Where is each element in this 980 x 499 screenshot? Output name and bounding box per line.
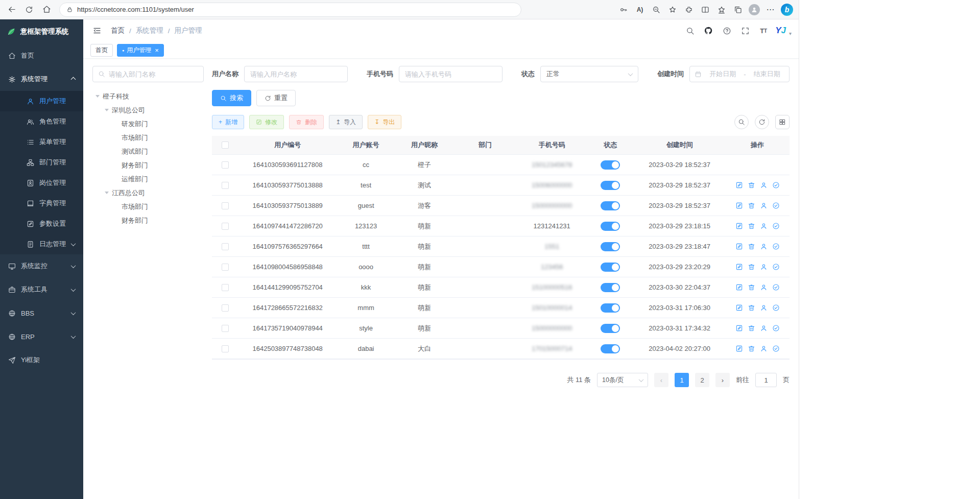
- search-button[interactable]: 搜索: [212, 90, 251, 106]
- sidebar-item-system-monitor[interactable]: 系统监控: [0, 254, 83, 278]
- browser-home-icon[interactable]: [39, 3, 54, 17]
- status-select[interactable]: 正常: [540, 66, 638, 82]
- row-edit-icon[interactable]: [735, 202, 743, 209]
- chevron-down-icon[interactable]: ▾: [789, 31, 792, 36]
- row-delete-icon[interactable]: [748, 181, 755, 189]
- status-toggle[interactable]: [601, 201, 620, 210]
- copilot-icon[interactable]: b: [779, 3, 795, 17]
- row-assign-role-icon[interactable]: [772, 324, 780, 332]
- read-aloud-icon[interactable]: A): [632, 3, 648, 17]
- import-button[interactable]: ↥导入: [329, 115, 363, 129]
- profile-avatar[interactable]: [747, 3, 762, 17]
- row-checkbox[interactable]: [222, 304, 229, 312]
- row-reset-password-icon[interactable]: [760, 283, 768, 291]
- row-assign-role-icon[interactable]: [772, 222, 780, 230]
- row-assign-role-icon[interactable]: [772, 202, 780, 209]
- row-delete-icon[interactable]: [748, 345, 755, 352]
- caret-icon[interactable]: [105, 192, 109, 194]
- row-reset-password-icon[interactable]: [760, 243, 768, 250]
- status-toggle[interactable]: [601, 160, 620, 170]
- breadcrumb-system[interactable]: 系统管理: [136, 26, 163, 35]
- select-all-checkbox[interactable]: [222, 141, 229, 149]
- next-page-button[interactable]: ›: [715, 373, 730, 387]
- breadcrumb-home[interactable]: 首页: [111, 26, 125, 35]
- status-toggle[interactable]: [601, 222, 620, 231]
- status-toggle[interactable]: [601, 303, 620, 313]
- export-button[interactable]: ↧导出: [368, 115, 401, 129]
- collapse-sidebar-icon[interactable]: [90, 24, 104, 37]
- row-checkbox[interactable]: [222, 325, 229, 332]
- row-edit-icon[interactable]: [735, 345, 743, 352]
- row-assign-role-icon[interactable]: [772, 181, 780, 189]
- row-assign-role-icon[interactable]: [772, 263, 780, 271]
- github-icon[interactable]: [702, 24, 715, 37]
- sidebar-item-log-management[interactable]: 日志管理: [0, 234, 83, 254]
- row-edit-icon[interactable]: [735, 243, 743, 250]
- row-reset-password-icon[interactable]: [760, 345, 768, 352]
- refresh-icon[interactable]: [21, 3, 37, 17]
- row-edit-icon[interactable]: [735, 181, 743, 189]
- row-assign-role-icon[interactable]: [772, 283, 780, 291]
- address-bar[interactable]: https://ccnetcore.com:1101/system/user: [59, 3, 521, 17]
- dept-search-input[interactable]: [109, 70, 198, 78]
- split-screen-icon[interactable]: [698, 3, 713, 17]
- status-toggle[interactable]: [601, 283, 620, 292]
- tree-node[interactable]: 市场部门: [92, 131, 204, 145]
- tab-home[interactable]: 首页: [90, 44, 113, 57]
- refresh-table-icon[interactable]: [755, 115, 769, 129]
- tree-node[interactable]: 市场部门: [92, 200, 204, 213]
- row-assign-role-icon[interactable]: [772, 304, 780, 312]
- reset-button[interactable]: 重置: [256, 90, 296, 106]
- sidebar-item-menu-management[interactable]: 菜单管理: [0, 132, 83, 152]
- row-checkbox[interactable]: [222, 202, 229, 209]
- goto-page-input[interactable]: [755, 373, 777, 387]
- username-input[interactable]: [244, 66, 348, 82]
- sidebar-item-yi-framework[interactable]: Yi框架: [0, 348, 83, 372]
- row-checkbox[interactable]: [222, 264, 229, 271]
- status-toggle[interactable]: [601, 324, 620, 333]
- row-edit-icon[interactable]: [735, 304, 743, 312]
- row-reset-password-icon[interactable]: [760, 202, 768, 209]
- row-delete-icon[interactable]: [748, 243, 755, 250]
- row-checkbox[interactable]: [222, 243, 229, 250]
- row-checkbox[interactable]: [222, 223, 229, 230]
- row-edit-icon[interactable]: [735, 263, 743, 271]
- row-delete-icon[interactable]: [748, 222, 755, 230]
- tree-node[interactable]: 财务部门: [92, 158, 204, 172]
- date-range-picker[interactable]: 开始日期 - 结束日期: [689, 66, 790, 82]
- column-settings-icon[interactable]: [775, 115, 790, 129]
- page-number-button[interactable]: 1: [675, 373, 689, 387]
- row-reset-password-icon[interactable]: [760, 324, 768, 332]
- help-icon[interactable]: [720, 24, 733, 37]
- close-icon[interactable]: ×: [155, 46, 159, 54]
- favorites-icon[interactable]: [714, 3, 729, 17]
- phone-input[interactable]: [399, 66, 503, 82]
- row-edit-icon[interactable]: [735, 222, 743, 230]
- sidebar-item-erp[interactable]: ERP: [0, 325, 83, 348]
- row-checkbox[interactable]: [222, 345, 229, 352]
- zoom-icon[interactable]: [649, 3, 664, 17]
- caret-icon[interactable]: [95, 95, 100, 98]
- extensions-icon[interactable]: [681, 3, 697, 17]
- edit-button[interactable]: 修改: [249, 115, 284, 129]
- add-favorite-icon[interactable]: [665, 3, 680, 17]
- row-checkbox[interactable]: [222, 182, 229, 189]
- row-reset-password-icon[interactable]: [760, 304, 768, 312]
- row-reset-password-icon[interactable]: [760, 222, 768, 230]
- row-delete-icon[interactable]: [748, 324, 755, 332]
- collections-icon[interactable]: [730, 3, 746, 17]
- tree-node[interactable]: 测试部门: [92, 145, 204, 158]
- row-reset-password-icon[interactable]: [760, 263, 768, 271]
- more-options-icon[interactable]: ⋯: [763, 3, 778, 17]
- tree-node[interactable]: 深圳总公司: [92, 103, 204, 117]
- status-toggle[interactable]: [601, 344, 620, 353]
- user-avatar-logo[interactable]: YJ: [775, 26, 786, 36]
- search-icon[interactable]: [683, 24, 697, 37]
- status-toggle[interactable]: [601, 242, 620, 251]
- row-edit-icon[interactable]: [735, 324, 743, 332]
- row-checkbox[interactable]: [222, 161, 229, 169]
- sidebar-item-param-settings[interactable]: 参数设置: [0, 213, 83, 234]
- sidebar-item-system[interactable]: 系统管理: [0, 67, 83, 91]
- tree-node[interactable]: 橙子科技: [92, 89, 204, 103]
- row-delete-icon[interactable]: [748, 283, 755, 291]
